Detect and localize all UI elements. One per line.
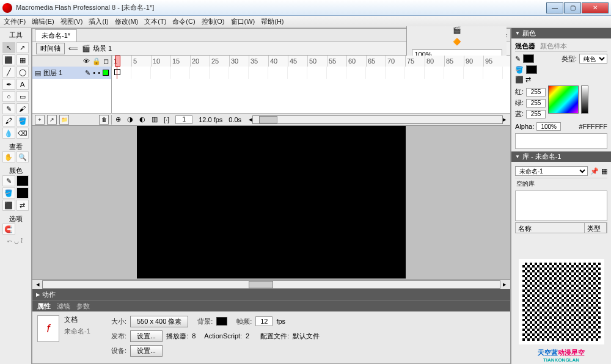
menu-modify[interactable]: 修改(M) (115, 17, 139, 26)
onion-markers-icon[interactable]: [·] (164, 116, 169, 123)
timeline-scrollbar[interactable] (252, 115, 503, 124)
lasso-tool[interactable]: ◯ (16, 67, 29, 78)
stroke-picker-icon[interactable]: ✎ (515, 55, 521, 63)
actions-panel-title[interactable]: 动作 (32, 289, 510, 300)
scroll-right-icon[interactable]: ▸ (503, 115, 507, 123)
stage-h-scrollbar[interactable]: ◂▸ (32, 279, 510, 289)
menu-control[interactable]: 控制(O) (202, 17, 225, 26)
tab-mixer[interactable]: 混色器 (515, 42, 535, 51)
layer-outline-swatch[interactable] (103, 70, 109, 76)
center-frame-icon[interactable]: ⊕ (115, 115, 121, 123)
keyframe[interactable] (114, 69, 120, 75)
onion-outline-icon[interactable]: ◐ (139, 115, 145, 123)
size-button[interactable]: 550 x 400 像素 (130, 316, 188, 327)
color-modes-icon[interactable]: ⬛ ⇄ (515, 76, 531, 84)
menu-window[interactable]: 窗口(W) (231, 17, 255, 26)
menu-commands[interactable]: 命令(C) (172, 17, 195, 26)
scene-name[interactable]: 场景 1 (93, 44, 112, 53)
timeline-toggle-button[interactable]: 时间轴 (36, 43, 65, 54)
delete-layer-button[interactable]: 🗑 (99, 115, 109, 125)
line-tool[interactable]: ╱ (2, 67, 15, 78)
col-type[interactable]: 类型 (585, 223, 607, 233)
outline-column-icon[interactable]: ◻ (103, 57, 109, 65)
onion-skin-icon[interactable]: ◑ (127, 115, 133, 123)
oval-tool[interactable]: ○ (2, 91, 15, 102)
frames-track[interactable] (112, 67, 510, 79)
luminance-bar[interactable] (581, 86, 588, 114)
alpha-input[interactable] (536, 122, 561, 131)
device-settings-button[interactable]: 设置... (130, 345, 163, 357)
menu-help[interactable]: 帮助(H) (261, 17, 284, 26)
swap-colors[interactable]: ⇄ (16, 200, 29, 211)
library-doc-select[interactable]: 未命名-1 (515, 166, 588, 176)
selection-tool[interactable]: ↖ (2, 42, 15, 53)
hand-tool[interactable]: ✋ (2, 151, 15, 162)
layer-name[interactable]: 图层 1 (43, 68, 62, 78)
library-panel-title[interactable]: 库 - 未命名-1 (511, 151, 611, 162)
red-input[interactable] (526, 88, 546, 96)
ink-bottle-tool[interactable]: 🖍 (2, 115, 15, 126)
add-guide-layer-button[interactable]: ↗ (47, 115, 57, 125)
menu-edit[interactable]: 编辑(E) (32, 17, 54, 26)
snap-option[interactable]: 🧲 (2, 224, 15, 235)
fill-swatch[interactable] (16, 187, 29, 198)
fill-picker-icon[interactable]: 🪣 (515, 66, 524, 74)
col-name[interactable]: 名称 (516, 223, 585, 233)
rectangle-tool[interactable]: ▭ (16, 91, 29, 102)
menu-view[interactable]: 视图(V) (60, 17, 83, 26)
menu-file[interactable]: 文件(F) (4, 17, 26, 26)
tab-swatches[interactable]: 颜色样本 (540, 42, 567, 51)
stroke-swatch[interactable] (16, 175, 29, 186)
window-maximize-button[interactable] (564, 2, 581, 13)
publish-settings-button[interactable]: 设置... (130, 330, 163, 342)
brush-tool[interactable]: 🖌 (16, 103, 29, 114)
zoom-tool[interactable]: 🔍 (16, 151, 29, 162)
edit-multiple-icon[interactable]: ▥ (152, 115, 158, 123)
text-tool[interactable]: A (16, 79, 29, 90)
add-layer-button[interactable]: + (35, 115, 45, 125)
paint-bucket-tool[interactable]: 🪣 (16, 115, 29, 126)
color-panel-title[interactable]: 颜色 (511, 28, 611, 38)
tab-parameters[interactable]: 参数 (76, 302, 90, 311)
stroke-color[interactable]: ✎ (2, 175, 15, 186)
document-tab[interactable]: 未命名-1* (35, 29, 77, 42)
color-spectrum[interactable] (548, 86, 579, 114)
window-minimize-button[interactable] (546, 2, 563, 13)
new-library-icon[interactable]: ▦ (601, 167, 607, 175)
free-transform-tool[interactable]: ⬛ (2, 54, 15, 65)
lock-column-icon[interactable]: 🔒 (92, 57, 101, 65)
pencil-tool[interactable]: ✎ (2, 103, 15, 114)
back-icon[interactable]: ⟸ (68, 45, 78, 53)
subselection-tool[interactable]: ↗ (16, 42, 29, 53)
default-colors[interactable]: ⬛ (2, 200, 15, 211)
eyedropper-tool[interactable]: 💧 (2, 128, 15, 139)
edit-symbol-icon[interactable]: 🔶 (453, 38, 461, 46)
playhead[interactable] (115, 56, 120, 67)
fill-type-select[interactable]: 纯色 (579, 54, 607, 64)
hex-value[interactable]: #FFFFFF (579, 123, 607, 130)
stage-workspace[interactable] (32, 126, 510, 279)
fill-color-swatch[interactable] (526, 65, 537, 74)
eraser-tool[interactable]: ⌫ (16, 128, 29, 139)
pin-library-icon[interactable]: 📌 (590, 167, 599, 175)
tab-properties[interactable]: 属性 (37, 302, 51, 311)
menu-text[interactable]: 文本(T) (144, 17, 166, 26)
edit-scene-icon[interactable]: 🎬 (453, 26, 461, 34)
framerate-input[interactable] (255, 316, 273, 326)
tab-filters[interactable]: 滤镜 (57, 302, 70, 311)
blue-input[interactable] (526, 110, 546, 118)
eye-column-icon[interactable]: 👁 (83, 57, 90, 65)
pen-tool[interactable]: ✒ (2, 79, 15, 90)
menu-insert[interactable]: 插入(I) (89, 17, 108, 26)
gradient-tool[interactable]: ▦ (16, 54, 29, 65)
green-input[interactable] (526, 99, 546, 107)
stroke-color-swatch[interactable] (523, 54, 534, 63)
fill-color[interactable]: 🪣 (2, 187, 15, 198)
current-frame-field[interactable] (175, 115, 192, 124)
background-color-swatch[interactable] (216, 317, 227, 326)
stage-canvas[interactable] (137, 126, 406, 278)
timeline-ruler[interactable]: 1 5 10 15 20 25 30 35 40 45 50 55 60 65 … (112, 56, 510, 67)
add-folder-button[interactable]: 📁 (59, 115, 69, 125)
window-close-button[interactable] (582, 2, 609, 13)
layer-row[interactable]: ▤ 图层 1 ✎ •• (32, 67, 112, 79)
